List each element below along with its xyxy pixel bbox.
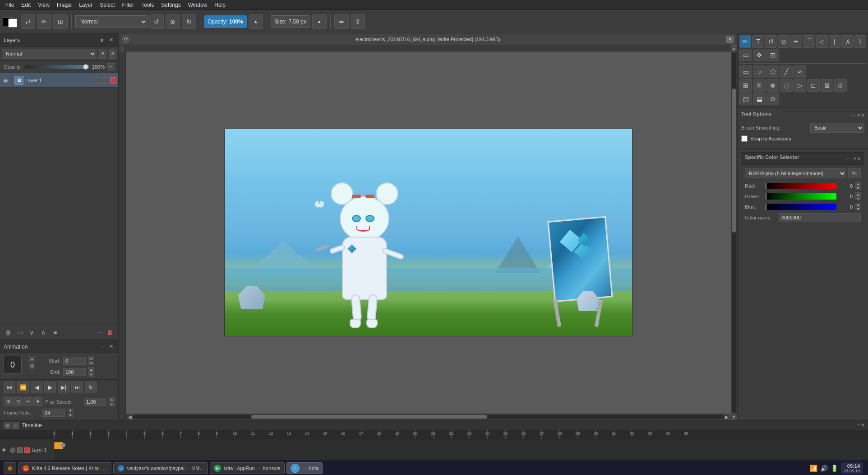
menu-window[interactable]: Window bbox=[185, 1, 211, 9]
rect-shape-btn[interactable]: ▭ bbox=[739, 65, 752, 78]
layers-options-btn[interactable]: ≡ bbox=[98, 37, 106, 44]
canvas-scrollbar-h[interactable]: ◀ ▶ bbox=[126, 414, 731, 420]
layers-list[interactable]: ◉ 🖼 Layer 1 bbox=[0, 73, 118, 325]
red-up-btn[interactable]: ▲ bbox=[855, 182, 861, 186]
frame-fwd-btn[interactable]: ▶| bbox=[58, 382, 69, 393]
speed-down-btn[interactable]: ▼ bbox=[109, 402, 115, 406]
menu-select[interactable]: Select bbox=[96, 1, 118, 9]
end-up-btn[interactable]: ▲ bbox=[88, 367, 94, 372]
smart-patch-btn[interactable]: ⊕ bbox=[766, 79, 779, 92]
taskbar-app-2[interactable]: ⊞ valdyas/foundation/paypal — KM... bbox=[113, 462, 208, 474]
menu-view[interactable]: View bbox=[34, 1, 53, 9]
scrollbar-thumb-v[interactable] bbox=[732, 88, 736, 233]
mode-btn-2[interactable]: ⊡ bbox=[14, 397, 23, 406]
mode-btn-1[interactable]: ⊞ bbox=[4, 397, 13, 406]
path2-tool-btn[interactable]: ʎ bbox=[841, 35, 853, 48]
cont-sel-btn[interactable]: ⊏ bbox=[807, 79, 820, 92]
menu-tools[interactable]: Tools bbox=[138, 1, 157, 9]
taskbar-app-3[interactable]: ▶ krita : AppRun — Konsole bbox=[210, 462, 285, 474]
menu-settings[interactable]: Settings bbox=[157, 1, 184, 9]
start-down-btn[interactable]: ▼ bbox=[88, 361, 94, 365]
brush-tool-btn[interactable]: ✏ bbox=[739, 35, 751, 48]
layer-btn-2[interactable] bbox=[102, 77, 108, 84]
scroll-down-btn[interactable]: ▼ bbox=[731, 414, 737, 420]
add-group-btn[interactable]: ▭ bbox=[14, 327, 25, 338]
crop-btn[interactable]: ⊡ bbox=[766, 49, 779, 61]
color-name-input[interactable] bbox=[779, 213, 861, 222]
warp-tool-btn[interactable]: ⌇ bbox=[854, 35, 866, 48]
freehand-tool-btn[interactable]: ʃ bbox=[829, 35, 840, 48]
timeline-close-btn[interactable]: ✕ bbox=[861, 423, 864, 428]
line-btn[interactable]: ╱ bbox=[780, 65, 793, 78]
menu-layer[interactable]: Layer bbox=[75, 1, 96, 9]
transform2-btn[interactable]: ⊞ bbox=[739, 79, 752, 92]
taskbar-start-btn[interactable]: ⊕ bbox=[4, 462, 16, 474]
tool-options-close-btn[interactable]: ✕ bbox=[861, 113, 864, 118]
bg-color-swatch[interactable] bbox=[8, 19, 17, 28]
ellipse-btn[interactable]: ○ bbox=[753, 65, 766, 78]
layer-btn-3[interactable] bbox=[110, 77, 116, 84]
scrollbar-track-h[interactable] bbox=[133, 415, 724, 419]
rect-sel-btn[interactable]: ▭ bbox=[739, 49, 752, 61]
layer-settings-btn[interactable]: ≡ bbox=[50, 327, 60, 338]
green-up-btn[interactable]: ▲ bbox=[855, 192, 861, 196]
green-down-btn[interactable]: ▼ bbox=[855, 196, 861, 200]
polygon-btn[interactable]: ⬠ bbox=[766, 65, 779, 78]
sel-outline-btn[interactable]: ⊠ bbox=[821, 79, 833, 92]
frame-rate-input[interactable] bbox=[42, 409, 65, 417]
mirror-h-btn[interactable]: ⇔ bbox=[334, 14, 349, 29]
eyedrp2-btn[interactable]: ⊙ bbox=[766, 93, 779, 105]
loop-btn[interactable]: ↻ bbox=[85, 382, 97, 393]
play-speed-input[interactable] bbox=[84, 398, 106, 406]
menu-file[interactable]: File bbox=[2, 1, 18, 9]
track-keyframe[interactable] bbox=[61, 443, 65, 447]
canvas-scroll-area[interactable] bbox=[126, 51, 731, 414]
color-sel-btn[interactable]: ⊙ bbox=[834, 79, 847, 92]
timeline-nav-btn[interactable]: ▷ bbox=[12, 422, 19, 429]
snap-checkbox[interactable] bbox=[741, 135, 748, 142]
taskbar-app-1[interactable]: 🦊 Krita 4.2 Release Notes | Krita - ... bbox=[18, 462, 111, 474]
color-swap-btn[interactable]: ⇄ bbox=[21, 14, 35, 29]
percent-btn[interactable]: % bbox=[848, 168, 861, 178]
blue-up-btn[interactable]: ▲ bbox=[855, 203, 861, 206]
opacity-edit-btn[interactable]: ✏ bbox=[107, 63, 115, 70]
tool-options-expand-btn[interactable]: ↗ bbox=[856, 113, 860, 118]
lasso-btn[interactable]: ◌ bbox=[780, 79, 793, 92]
reset-btn[interactable]: ↺ bbox=[149, 14, 164, 29]
menu-image[interactable]: Image bbox=[53, 1, 75, 9]
copy-btn[interactable]: ⊕ bbox=[166, 14, 180, 29]
expand-btn[interactable]: ∧ bbox=[38, 327, 49, 338]
canvas-close-btn[interactable]: ✕ bbox=[726, 36, 734, 43]
frame-back-btn[interactable]: ◀ bbox=[31, 382, 42, 393]
scrollbar-thumb-h[interactable] bbox=[251, 415, 488, 419]
start-input[interactable] bbox=[63, 357, 86, 365]
size-up-btn[interactable]: ▲ bbox=[312, 14, 327, 29]
collapse-btn[interactable]: ∨ bbox=[26, 327, 37, 338]
menu-edit[interactable]: Edit bbox=[18, 1, 34, 9]
anim-options-btn[interactable]: ≡ bbox=[98, 343, 106, 350]
timeline-add-btn[interactable]: ⊞ bbox=[4, 422, 11, 429]
mode-btn-4[interactable]: ▼ bbox=[33, 397, 42, 406]
scroll-left-btn[interactable]: ◀ bbox=[127, 414, 133, 420]
end-down-btn[interactable]: ▼ bbox=[88, 372, 94, 377]
track-content[interactable] bbox=[54, 439, 868, 461]
red-down-btn[interactable]: ▼ bbox=[855, 186, 861, 190]
layer-visibility-icon[interactable]: ◉ bbox=[2, 77, 9, 84]
anim-close-btn[interactable]: ✕ bbox=[107, 343, 115, 350]
canvas-scrollbar-v[interactable]: ▲ ▼ bbox=[731, 45, 737, 420]
fill-btn[interactable]: ⬓ bbox=[753, 93, 766, 105]
path-tool-btn[interactable]: ⌒ bbox=[803, 35, 815, 48]
timeline-options-btn[interactable]: ≡ bbox=[857, 423, 860, 428]
link-btn[interactable]: ↻ bbox=[182, 14, 196, 29]
bezier-tool-btn[interactable]: ◁ bbox=[816, 35, 828, 48]
blend-mode-select[interactable]: Normal bbox=[75, 15, 148, 28]
color-close-btn[interactable]: ✕ bbox=[857, 156, 861, 161]
shear-btn[interactable]: ⎘ bbox=[753, 79, 766, 92]
frame-up-btn[interactable]: ▲ bbox=[29, 356, 35, 362]
speed-up-btn[interactable]: ▲ bbox=[109, 397, 115, 401]
brush-smoothing-select[interactable]: Basic bbox=[810, 123, 864, 133]
layer-filter-btn[interactable]: ⊕ bbox=[109, 49, 116, 59]
track-record-btn[interactable] bbox=[24, 447, 30, 453]
skip-start-btn[interactable]: ⏮ bbox=[4, 382, 15, 393]
mode-btn-3[interactable]: ✏ bbox=[23, 397, 32, 406]
